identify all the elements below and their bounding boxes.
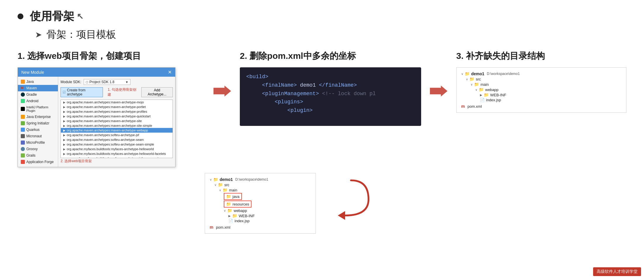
archetype-label-site: org.apache.maven.archetypes:maven-archet… (67, 119, 142, 123)
tree-demo1: ∨ 📁 demo1 D:\workspace\demo1 (461, 71, 621, 76)
archetype-item-facelets[interactable]: ▶ org.apache.myfaces.buildtools:myfaces-… (61, 151, 173, 156)
expand-arrow-mojo: ▶ (63, 101, 66, 104)
red-box-java: 📁 java (224, 193, 242, 200)
chevron-webinf: ▶ (480, 93, 482, 97)
tree-pomxml-label: pom.xml (467, 104, 482, 109)
sidebar-item-intellij[interactable]: IntelliJ Platform Plugin (18, 104, 58, 114)
sidebar-item-maven[interactable]: M Maven (18, 85, 58, 91)
sidebar-label-gradle: Gradle (26, 93, 37, 97)
code-indent-2 (246, 82, 259, 88)
sidebar-item-enterprise[interactable]: Java Enterprise (18, 114, 58, 120)
curved-arrow-svg (328, 177, 374, 221)
step3-col: 3. 补齐缺失的目录结构 ∨ 📁 demo1 D:\workspace\demo… (456, 50, 626, 113)
btree-folder-src: 📁 (218, 182, 223, 187)
sidebar-label-appforge: Application Forge (26, 160, 54, 164)
archetype-item-hello[interactable]: ▶ org.apache.myfaces.buildtools:myfaces-… (61, 147, 173, 151)
archetype-item-seam-simple[interactable]: ▶ org.apache.maven.archetypes:softeu-arc… (61, 142, 173, 147)
dialog-sidebar: Java M Maven Gradle Android (18, 77, 58, 167)
archetype-item-site[interactable]: ▶ org.apache.maven.archetypes:maven-arch… (61, 119, 173, 123)
sdk-icon: ⬡ (86, 81, 88, 84)
add-archetype-btn[interactable]: Add Archetype... (141, 87, 173, 97)
sidebar-item-android[interactable]: Android (18, 98, 58, 104)
btree-folder-demo1: 📁 (213, 177, 218, 182)
btree-folder-webinf: 📁 (232, 213, 237, 218)
tree-main: ∨ 📁 main (471, 82, 621, 87)
tree-main-label: main (481, 82, 489, 87)
tree-pomxml: m pom.xml (461, 104, 621, 109)
sidebar-item-spring[interactable]: Spring Initializr (18, 120, 58, 126)
archetype-item-seam[interactable]: ▶ org.apache.maven.archetypes:softeu-arc… (61, 137, 173, 142)
btree-chevron-demo1: ∨ (210, 178, 212, 181)
sidebar-item-gradle[interactable]: Gradle (18, 91, 58, 98)
code-line-1: <build> (246, 73, 415, 81)
code-tag-finalname-open: <finalName> (262, 82, 297, 88)
red-arrow-svg (213, 85, 231, 97)
archetype-label-profiles: org.apache.maven.archetypes:maven-archet… (67, 110, 147, 113)
checkbox-archetype[interactable]: ☑ Create from archetype (61, 87, 103, 97)
btree-chevron-webinf: ▶ (228, 214, 231, 218)
expand-arrow-jsfcomp: ▶ (63, 157, 66, 158)
archetype-item-mojo[interactable]: ▶ org.apache.maven.archetypes:maven-arch… (61, 100, 173, 105)
sidebar-item-quarkus[interactable]: Quarkus (18, 126, 58, 133)
create-archetype-row: ☑ Create from archetype 1. 勾选使用骨架创建 Add … (61, 87, 173, 97)
archetype-label-jsfcomp: org.apache.myfaces.buildtools:myfaces-ar… (67, 157, 160, 158)
archetype-label-mojo: org.apache.maven.archetypes:maven-archet… (67, 100, 144, 104)
sdk-select[interactable]: ⬡ Project SDK 1.8 ▼ (84, 79, 130, 85)
sidebar-item-java[interactable]: Java (18, 78, 58, 85)
sdk-row: Module SDK: ⬡ Project SDK 1.8 ▼ (61, 79, 173, 85)
step1-title: 1. 选择web项目骨架，创建项目 (18, 50, 205, 62)
sidebar-item-groovy[interactable]: Groovy (18, 146, 58, 152)
code-text-demo1: demo1 (300, 82, 316, 88)
sidebar-item-microprofile[interactable]: MicroProfile (18, 139, 58, 146)
code-line-3: <pluginManagement> <!-- lock down pl (246, 90, 415, 98)
red-box-resources: 📁 resources (224, 201, 252, 208)
java-icon (21, 80, 25, 84)
sidebar-label-micronaut: Micronaut (26, 134, 42, 138)
code-tag-pluginmgmt: <pluginManagement> (262, 91, 319, 97)
archetype-label-site-simple: org.apache.maven.archetypes:maven-archet… (67, 124, 152, 127)
watermark: 高级软件人才培训学堂 (593, 267, 641, 276)
archetype-item-profiles[interactable]: ▶ org.apache.maven.archetypes:maven-arch… (61, 109, 173, 114)
cursor-icon: ↖ (77, 11, 83, 21)
code-block: <build> <finalName> demo1 </finalName> <… (240, 67, 421, 126)
expand-arrow-facelets: ▶ (63, 152, 66, 155)
spring-icon (21, 121, 25, 125)
btree-pomxml: m pom.xml (210, 225, 311, 230)
archetype-label-webapp: org.apache.maven.archetypes:maven-archet… (67, 129, 148, 132)
archetype-label-facelets: org.apache.myfaces.buildtools:myfaces-ar… (67, 152, 166, 155)
btree-folder-main: 📁 (223, 188, 228, 192)
tree-webinf: ▶ 📁 WEB-INF (480, 92, 621, 97)
sidebar-label-quarkus: Quarkus (26, 128, 39, 132)
code-line-2: <finalName> demo1 </finalName> (246, 81, 415, 90)
archetype-item-webapp[interactable]: ▶ org.apache.maven.archetypes:maven-arch… (61, 128, 173, 133)
archetype-item-quickstart[interactable]: ▶ org.apache.maven.archetypes:maven-arch… (61, 114, 173, 119)
tree-webapp-label: webapp (485, 88, 499, 92)
archetype-list[interactable]: ▶ org.apache.maven.archetypes:maven-arch… (61, 100, 173, 158)
sidebar-item-appforge[interactable]: Application Forge (18, 159, 58, 165)
btree-java-label: java (233, 194, 240, 199)
archetype-item-portlet[interactable]: ▶ org.apache.maven.archetypes:maven-arch… (61, 105, 173, 109)
code-indent-5 (246, 107, 284, 113)
archetype-item-site-simple[interactable]: ▶ org.apache.maven.archetypes:maven-arch… (61, 123, 173, 128)
sidebar-item-grails[interactable]: Grails (18, 152, 58, 159)
archetype-label-portlet: org.apache.maven.archetypes:maven-archet… (67, 105, 146, 109)
btree-src: ∨ 📁 src (214, 182, 311, 187)
sub-text: 骨架：项目模板 (47, 28, 116, 41)
bullet-main: 使用骨架 ↖ (18, 9, 626, 24)
btree-folder-webapp: 📁 (227, 208, 232, 213)
maven-icon: M (21, 86, 25, 90)
archetype-item-jsf[interactable]: ▶ org.apache.maven.archetypes:softeu-arc… (61, 133, 173, 137)
btree-pomxml-label: pom.xml (216, 225, 230, 230)
dialog-close-btn[interactable]: ✕ (168, 69, 172, 75)
tree-demo1-path: D:\workspace\demo1 (486, 72, 520, 76)
btree-folder-resources: 📁 (226, 202, 231, 206)
bottom-center: ∨ 📁 demo1 D:\workspace\demo1 ∨ 📁 src ∨ 📁… (205, 173, 316, 234)
archetype-item-jsfcomp[interactable]: ▶ org.apache.myfaces.buildtools:myfaces-… (61, 156, 173, 158)
btree-demo1-label: demo1 (220, 177, 233, 182)
sidebar-item-micronaut[interactable]: Micronaut (18, 133, 58, 139)
code-indent-3a (246, 91, 259, 97)
tree-webinf-label: WEB-INF (490, 93, 506, 97)
code-tag-plugin: <plugin> (287, 107, 312, 113)
grails-icon (21, 153, 25, 158)
expand-arrow-jsf: ▶ (63, 133, 66, 137)
